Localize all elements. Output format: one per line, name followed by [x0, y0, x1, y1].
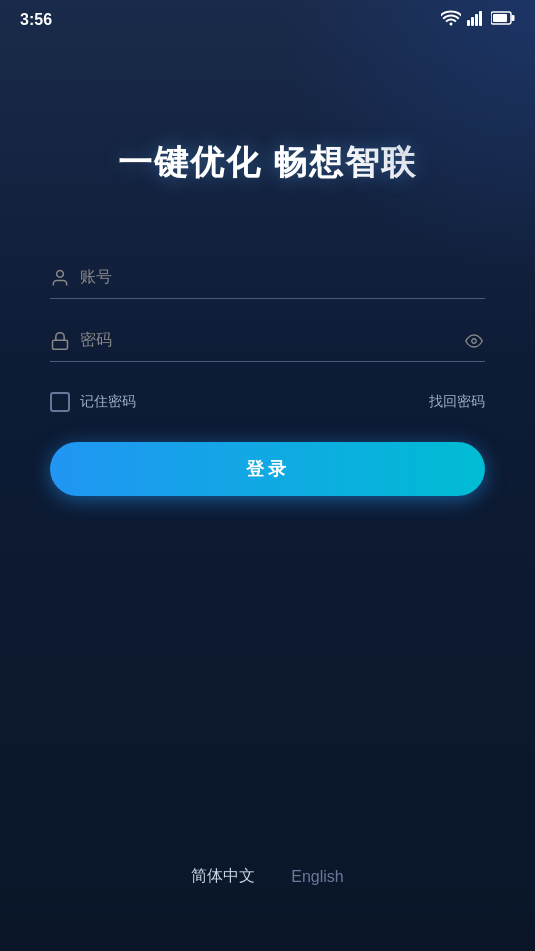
- signal-icon: [467, 10, 485, 30]
- svg-rect-0: [467, 20, 470, 26]
- lock-icon: [50, 331, 70, 351]
- app-tagline: 一键优化 畅想智联: [118, 140, 417, 186]
- status-icons: [441, 10, 515, 30]
- account-input[interactable]: [50, 256, 485, 299]
- options-row: 记住密码 找回密码: [50, 392, 485, 412]
- status-bar: 3:56: [0, 0, 535, 40]
- language-english[interactable]: English: [283, 864, 351, 890]
- svg-point-7: [57, 270, 64, 277]
- svg-rect-5: [512, 15, 515, 21]
- status-time: 3:56: [20, 11, 52, 29]
- remember-me-checkbox[interactable]: [50, 392, 70, 412]
- login-form: 记住密码 找回密码 登录: [50, 256, 485, 496]
- user-icon: [50, 268, 70, 288]
- password-input-group: [50, 319, 485, 362]
- svg-rect-8: [53, 340, 68, 349]
- password-input[interactable]: [50, 319, 485, 362]
- battery-icon: [491, 11, 515, 29]
- password-visibility-toggle[interactable]: [463, 332, 485, 350]
- svg-rect-1: [471, 17, 474, 26]
- app-title: 一键优化 畅想智联: [118, 140, 417, 186]
- account-input-group: [50, 256, 485, 299]
- remember-me-text: 记住密码: [80, 393, 136, 411]
- language-chinese[interactable]: 简体中文: [183, 862, 263, 891]
- svg-rect-2: [475, 14, 478, 26]
- remember-me-label[interactable]: 记住密码: [50, 392, 136, 412]
- svg-point-9: [472, 338, 477, 343]
- language-switcher: 简体中文 English: [183, 862, 351, 891]
- main-content: 一键优化 畅想智联: [0, 40, 535, 951]
- forgot-password-link[interactable]: 找回密码: [429, 393, 485, 411]
- svg-rect-6: [493, 14, 507, 22]
- wifi-icon: [441, 10, 461, 30]
- svg-rect-3: [479, 11, 482, 26]
- login-button[interactable]: 登录: [50, 442, 485, 496]
